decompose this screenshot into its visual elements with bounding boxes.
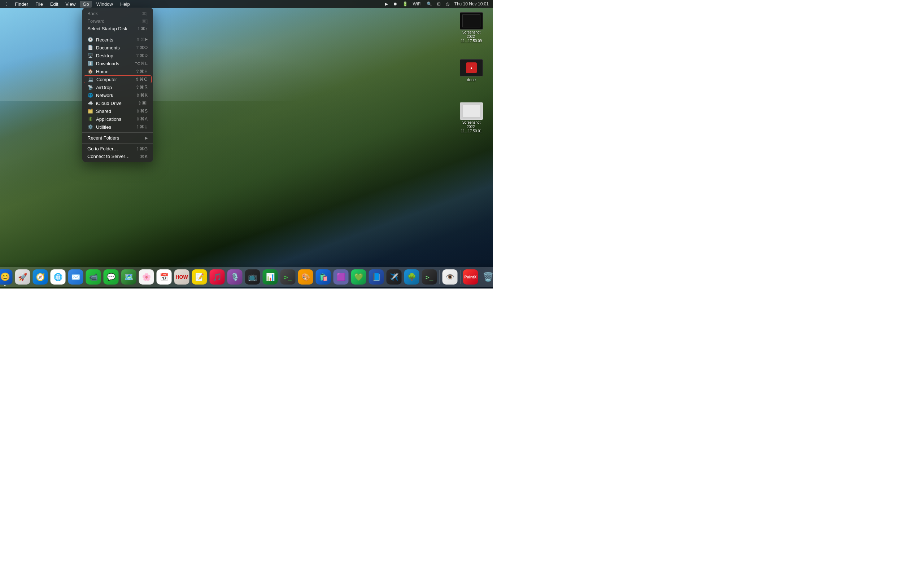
menu-item-utilities[interactable]: ⚙️ Utilities ⇧⌘U xyxy=(82,123,153,131)
apple-menu[interactable]:  xyxy=(3,0,10,8)
go-menu-dropdown: Back ⌘[ Forward ⌘] Select Startup Disk ⇧… xyxy=(82,8,153,162)
dock-photos[interactable]: 🌸 xyxy=(138,269,155,285)
downloads-icon: ⬇️ xyxy=(87,61,93,66)
menu-item-network[interactable]: 🌐 Network ⇧⌘K xyxy=(82,91,153,99)
dock-keynote[interactable]: 🎨 xyxy=(297,269,314,285)
dock-music[interactable]: 🎵 xyxy=(209,269,226,285)
dock-appstore[interactable]: 🛍️ xyxy=(315,269,332,285)
menu-item-select-startup[interactable]: Select Startup Disk ⇧⌘↑ xyxy=(82,25,153,32)
desktop-icon-screenshot1[interactable]: Screenshot2022-11...17.50.09 xyxy=(457,11,486,45)
desktop-icon: 🖥️ xyxy=(87,53,93,58)
dock-testflight[interactable]: ✈️ xyxy=(386,269,402,285)
applications-icon: ✳️ xyxy=(87,116,93,122)
icloud-icon: ☁️ xyxy=(87,100,93,106)
recents-icon: 🕐 xyxy=(87,37,93,43)
dock: 😊 🚀 🧭 🌐 ✉️ xyxy=(0,267,493,287)
shared-icon: 🗂️ xyxy=(87,108,93,114)
menu-item-icloud[interactable]: ☁️ iCloud Drive ⇧⌘I xyxy=(82,99,153,107)
menu-separator-3 xyxy=(82,143,153,143)
menu-item-forward[interactable]: Forward ⌘] xyxy=(82,17,153,25)
dock-trash[interactable]: 🗑️ xyxy=(480,269,493,285)
menu-item-documents[interactable]: 📄 Documents ⇧⌘O xyxy=(82,44,153,52)
dock-messages[interactable]: 💬 xyxy=(103,269,120,285)
landscape-background xyxy=(0,0,493,288)
dock-mail[interactable]: ✉️ xyxy=(68,269,84,285)
dock-maps[interactable]: 🗺️ xyxy=(121,269,137,285)
menubar-left:  Finder File Edit View Go Window Help xyxy=(3,0,133,8)
menubar:  Finder File Edit View Go Window Help ▶… xyxy=(0,0,493,8)
dock-numbers[interactable]: 📊 xyxy=(262,269,279,285)
menu-item-downloads[interactable]: ⬇️ Downloads ⌥⌘L xyxy=(82,60,153,68)
dock-iterm[interactable]: >_ xyxy=(421,269,438,285)
menu-item-applications[interactable]: ✳️ Applications ⇧⌘A xyxy=(82,115,153,123)
utilities-icon: ⚙️ xyxy=(87,124,93,130)
desktop-icon-done[interactable]: ● done xyxy=(457,58,486,84)
documents-icon: 📄 xyxy=(87,45,93,50)
dock-word[interactable]: 📘 xyxy=(368,269,385,285)
control-center-icon[interactable]: ⊞ xyxy=(436,1,442,7)
siri-icon[interactable]: ◎ xyxy=(444,1,451,7)
done-label: done xyxy=(467,77,476,82)
dock-sourcetree[interactable]: 🌳 xyxy=(404,269,420,285)
wifi-icon[interactable]: WiFi xyxy=(412,1,423,7)
screenshot1-label: Screenshot2022-11...17.50.09 xyxy=(459,30,485,43)
menubar-finder[interactable]: Finder xyxy=(12,1,31,8)
menu-item-recent-folders[interactable]: Recent Folders ▶ xyxy=(82,134,153,142)
menu-separator-2 xyxy=(82,132,153,133)
screenshot2-label: Screenshot2022-11...17.50.01 xyxy=(459,121,485,134)
submenu-arrow: ▶ xyxy=(145,136,148,140)
dock-teams[interactable]: 🟪 xyxy=(333,269,349,285)
menu-item-airdrop[interactable]: 📡 AirDrop ⇧⌘R xyxy=(82,83,153,91)
dock-preview[interactable]: 👁️ xyxy=(442,269,459,285)
home-icon: 🏠 xyxy=(87,69,93,74)
dock-paintx[interactable]: PaintX xyxy=(462,269,479,285)
menu-item-back[interactable]: Back ⌘[ xyxy=(82,10,153,17)
dock-chrome[interactable]: 🌐 xyxy=(50,269,66,285)
dock-howisit[interactable]: HOW xyxy=(174,269,190,285)
datetime: Thu 10 Nov 10:01 xyxy=(453,1,490,7)
battery-icon[interactable]: 🔋 xyxy=(401,1,409,7)
menu-item-goto-folder[interactable]: Go to Folder… ⇧⌘G xyxy=(82,145,153,153)
dock-whatsapp[interactable]: 💚 xyxy=(351,269,367,285)
airdrop-icon: 📡 xyxy=(87,84,93,90)
menu-item-connect-server[interactable]: Connect to Server… ⌘K xyxy=(82,153,153,160)
dock-appletv[interactable]: 📺 xyxy=(244,269,261,285)
computer-icon: 💻 xyxy=(88,76,94,82)
dock-calendar[interactable]: 📅 xyxy=(156,269,173,285)
play-icon[interactable]: ▶ xyxy=(383,1,389,7)
menu-item-recents[interactable]: 🕐 Recents ⇧⌘F xyxy=(82,36,153,44)
dock-notes[interactable]: 📝 xyxy=(191,269,208,285)
desktop-icon-screenshot2[interactable]: Screenshot2022-11...17.50.01 xyxy=(457,101,486,135)
dock-separator-2 xyxy=(460,270,460,284)
menubar-right: ▶ ⏺ 🔋 WiFi 🔍 ⊞ ◎ Thu 10 Nov 10:01 xyxy=(383,1,490,7)
dock-facetime[interactable]: 📹 xyxy=(85,269,102,285)
menubar-window[interactable]: Window xyxy=(94,1,116,8)
dock-separator xyxy=(439,270,440,284)
menubar-edit[interactable]: Edit xyxy=(47,1,61,8)
menubar-help[interactable]: Help xyxy=(117,1,133,8)
menu-item-computer[interactable]: 💻 Computer ⇧⌘C xyxy=(84,76,152,83)
dock-launchpad[interactable]: 🚀 xyxy=(15,269,31,285)
desktop:  Finder File Edit View Go Window Help ▶… xyxy=(0,0,493,288)
menu-item-home[interactable]: 🏠 Home ⇧⌘H xyxy=(82,68,153,76)
menubar-go[interactable]: Go xyxy=(80,1,92,8)
menubar-view[interactable]: View xyxy=(63,1,78,8)
search-icon[interactable]: 🔍 xyxy=(425,1,433,7)
dock-terminal[interactable]: >_ xyxy=(280,269,296,285)
dock-finder-dot xyxy=(4,285,6,286)
menubar-file[interactable]: File xyxy=(32,1,46,8)
menu-separator-1 xyxy=(82,34,153,34)
dock-podcasts[interactable]: 🎙️ xyxy=(227,269,243,285)
screen-record-icon[interactable]: ⏺ xyxy=(392,1,399,7)
dock-finder[interactable]: 😊 xyxy=(0,269,13,285)
menu-item-shared[interactable]: 🗂️ Shared ⇧⌘S xyxy=(82,107,153,115)
menu-item-desktop[interactable]: 🖥️ Desktop ⇧⌘D xyxy=(82,52,153,60)
network-icon: 🌐 xyxy=(87,92,93,98)
dock-safari[interactable]: 🧭 xyxy=(32,269,49,285)
